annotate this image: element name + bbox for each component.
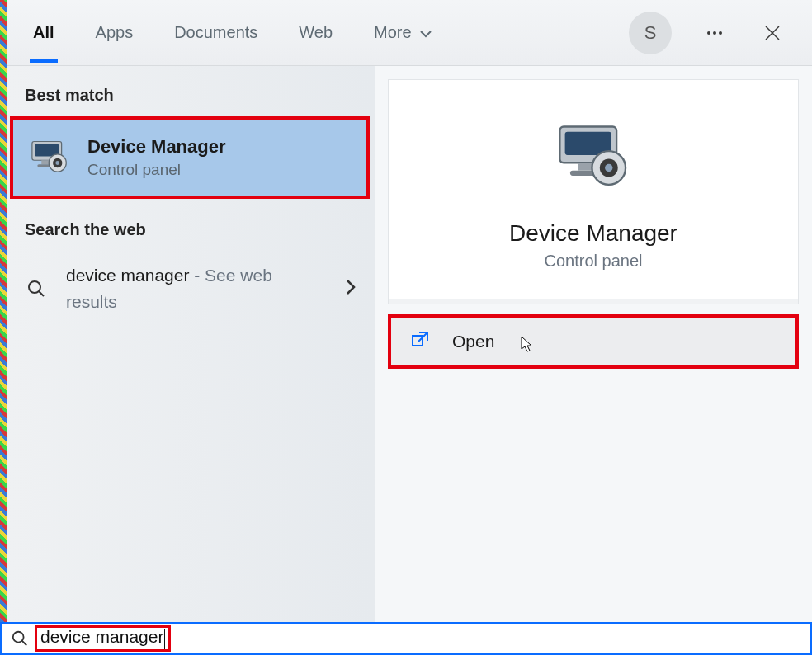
more-options-button[interactable] — [700, 18, 729, 48]
open-external-icon — [411, 331, 429, 352]
text-caret — [164, 629, 165, 649]
best-match-subtitle: Control panel — [87, 161, 226, 179]
search-value-highlight: device manager — [35, 625, 171, 652]
chevron-down-icon — [419, 27, 432, 40]
detail-pane: Device Manager Control panel Open — [375, 66, 812, 622]
separator — [389, 299, 798, 304]
web-result-text: device manager - See web results — [66, 262, 327, 314]
svg-line-21 — [22, 641, 27, 646]
search-icon — [25, 279, 48, 299]
ellipsis-icon — [705, 23, 725, 43]
svg-rect-19 — [413, 336, 423, 346]
results-pane: Best match Device Manager Control panel — [7, 66, 375, 622]
svg-point-0 — [707, 31, 710, 35]
desktop-edge — [0, 0, 7, 622]
svg-point-2 — [719, 31, 722, 35]
detail-title: Device Manager — [389, 220, 798, 247]
svg-point-9 — [55, 161, 59, 165]
svg-point-18 — [605, 164, 612, 172]
close-icon — [763, 24, 781, 42]
svg-point-10 — [29, 281, 40, 293]
tab-apps[interactable]: Apps — [92, 7, 137, 59]
detail-card: Device Manager Control panel — [388, 79, 799, 304]
svg-line-11 — [39, 291, 44, 296]
best-match-result[interactable]: Device Manager Control panel — [10, 116, 370, 199]
tab-more-label: More — [374, 23, 412, 41]
chevron-right-icon — [345, 278, 356, 299]
close-button[interactable] — [758, 18, 787, 48]
search-value: device manager — [40, 627, 163, 646]
tab-web[interactable]: Web — [295, 7, 336, 59]
detail-subtitle: Control panel — [389, 252, 798, 271]
web-result-item[interactable]: device manager - See web results — [7, 251, 375, 326]
svg-point-1 — [713, 31, 716, 35]
open-label: Open — [452, 332, 494, 351]
tab-more[interactable]: More — [371, 7, 436, 59]
open-action[interactable]: Open — [388, 314, 799, 369]
best-match-title: Device Manager — [87, 136, 226, 158]
web-query-text: device manager — [66, 266, 189, 285]
tab-documents[interactable]: Documents — [171, 7, 261, 59]
search-web-header: Search the web — [7, 214, 375, 251]
search-icon — [8, 629, 31, 648]
search-tabbar: All Apps Documents Web More S — [7, 0, 812, 66]
svg-point-20 — [13, 632, 24, 643]
user-avatar[interactable]: S — [629, 12, 672, 54]
tab-all[interactable]: All — [30, 7, 58, 59]
device-manager-large-icon — [552, 116, 635, 199]
device-manager-icon — [28, 136, 71, 179]
mouse-cursor-icon — [521, 336, 534, 352]
search-bar[interactable]: device manager — [0, 622, 812, 655]
best-match-header: Best match — [7, 79, 375, 116]
